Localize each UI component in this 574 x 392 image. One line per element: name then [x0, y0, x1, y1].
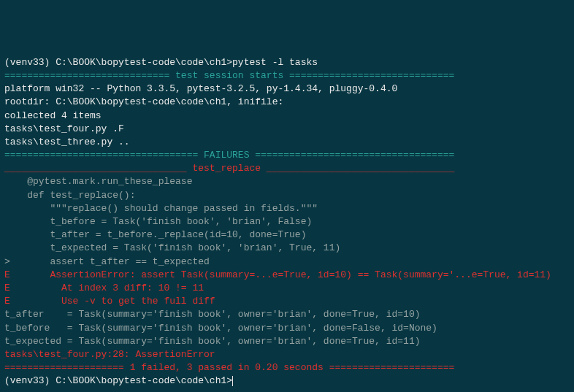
terminal-prompt-line[interactable]: (venv33) C:\BOOK\bopytest-code\code\ch1> — [4, 374, 570, 388]
cursor-icon — [232, 376, 233, 386]
terminal-line: E Use -v to get the full diff — [4, 295, 570, 308]
terminal-line: > assert t_after == t_expected — [4, 255, 570, 269]
terminal-line: t_before = Task('finish book', 'brian', … — [4, 215, 570, 228]
terminal-line: ===================== 1 failed, 3 passed… — [4, 361, 570, 374]
terminal-line: (venv33) C:\BOOK\bopytest-code\code\ch1>… — [4, 56, 570, 69]
terminal-line: ============================= test sessi… — [4, 69, 570, 82]
terminal-output[interactable]: (venv33) C:\BOOK\bopytest-code\code\ch1>… — [4, 56, 570, 388]
terminal-line: rootdir: C:\BOOK\bopytest-code\code\ch1,… — [4, 96, 570, 109]
terminal-line: tasks\test_four.py .F — [4, 123, 570, 136]
terminal-line: E AssertionError: assert Task(summary=..… — [4, 269, 570, 282]
terminal-line: tasks\test_four.py:28: AssertionError — [4, 348, 570, 361]
terminal-line: t_after = Task(summary='finish book', ow… — [4, 308, 570, 321]
terminal-prompt: (venv33) C:\BOOK\bopytest-code\code\ch1> — [4, 375, 232, 386]
terminal-line: ================================== FAILU… — [4, 149, 570, 162]
terminal-line: t_expected = Task(summary='finish book',… — [4, 335, 570, 348]
terminal-line: platform win32 -- Python 3.3.5, pytest-3… — [4, 82, 570, 96]
terminal-line: t_expected = Task('finish book', 'brian'… — [4, 242, 570, 255]
terminal-line: @pytest.mark.run_these_please — [4, 175, 570, 188]
terminal-line: ________________________________ test_re… — [4, 162, 570, 175]
terminal-line: E At index 3 diff: 10 != 11 — [4, 282, 570, 295]
terminal-line: """replace() should change passed in fie… — [4, 202, 570, 215]
terminal-line: t_before = Task(summary='finish book', o… — [4, 322, 570, 335]
terminal-line: t_after = t_before._replace(id=10, done=… — [4, 228, 570, 242]
terminal-line: tasks\test_three.py .. — [4, 136, 570, 149]
terminal-line: def test_replace(): — [4, 189, 570, 202]
terminal-line: collected 4 items — [4, 109, 570, 123]
